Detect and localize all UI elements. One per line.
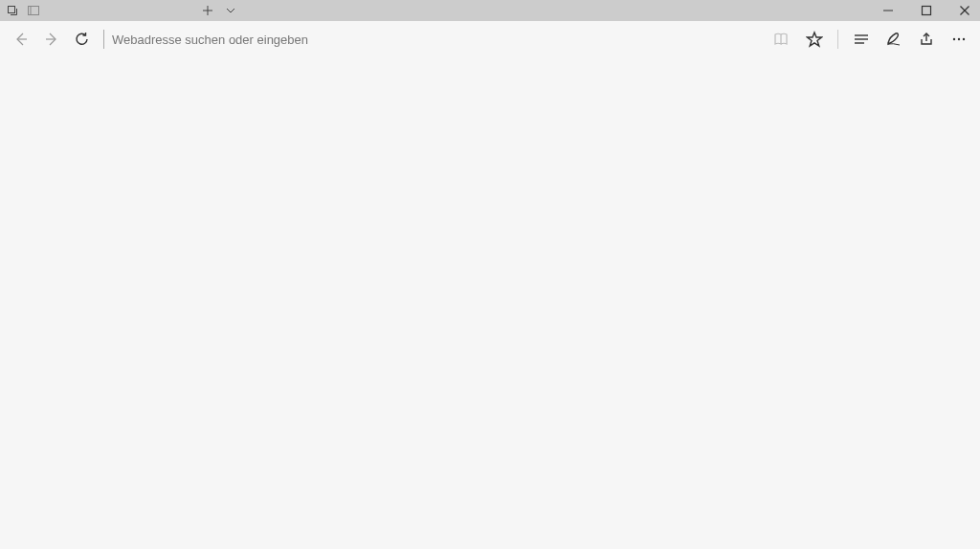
maximize-button[interactable]	[917, 1, 936, 20]
svg-point-16	[953, 38, 955, 40]
tab-controls	[201, 4, 237, 17]
more-icon[interactable]	[946, 26, 972, 53]
titlebar-left	[6, 4, 40, 17]
hub-icon[interactable]	[848, 26, 875, 53]
svg-rect-1	[29, 7, 39, 15]
back-button[interactable]	[8, 26, 34, 53]
web-note-icon[interactable]	[880, 26, 907, 53]
close-button[interactable]	[955, 1, 974, 20]
forward-button[interactable]	[38, 26, 65, 53]
svg-point-17	[958, 38, 960, 40]
refresh-button[interactable]	[69, 26, 96, 53]
page-content	[0, 57, 980, 549]
titlebar	[0, 0, 980, 21]
tab-preview-icon[interactable]	[6, 4, 19, 17]
share-icon[interactable]	[913, 26, 940, 53]
svg-point-18	[963, 38, 965, 40]
toolbar-right	[768, 26, 972, 53]
svg-rect-6	[923, 7, 931, 15]
new-tab-button[interactable]	[201, 4, 214, 17]
svg-rect-0	[9, 7, 15, 13]
minimize-button[interactable]	[879, 1, 898, 20]
tab-dropdown-icon[interactable]	[224, 4, 237, 17]
toolbar-separator	[837, 30, 838, 49]
toolbar	[0, 21, 980, 57]
window-controls	[879, 1, 974, 20]
address-separator	[103, 30, 104, 49]
tabs-aside-icon[interactable]	[27, 4, 40, 17]
reading-view-icon[interactable]	[768, 26, 795, 53]
address-input[interactable]	[112, 26, 761, 53]
favorites-star-icon[interactable]	[801, 26, 828, 53]
svg-marker-11	[808, 33, 822, 46]
